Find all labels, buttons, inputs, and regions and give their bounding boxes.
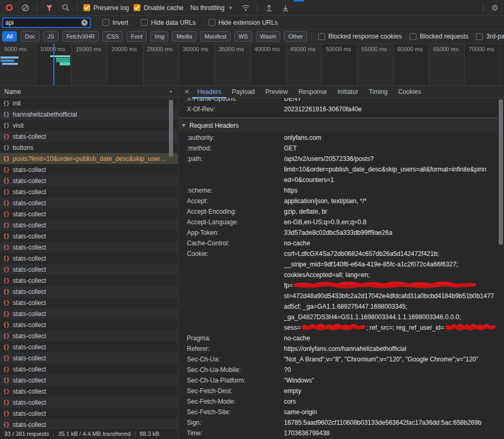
request-row-stats-collect[interactable]: {}stats-collect <box>0 308 178 319</box>
clear-button[interactable] <box>20 2 31 14</box>
type-filter-doc[interactable]: Doc <box>21 31 40 42</box>
request-row-stats-collect[interactable]: {}stats-collect <box>0 275 178 286</box>
request-row-stats-collect[interactable]: {}stats-collect <box>0 164 178 175</box>
tab-initiator[interactable]: Initiator <box>332 86 363 98</box>
timeline-overview[interactable]: 5000 ms10000 ms15000 ms20000 ms25000 ms3… <box>0 44 504 86</box>
request-row-stats-collect[interactable]: {}stats-collect <box>0 408 178 419</box>
type-filter-all[interactable]: All <box>2 31 17 42</box>
name-column-header[interactable]: Name <box>0 86 178 98</box>
request-row-stats-collect[interactable]: {}stats-collect <box>0 341 178 352</box>
request-row-stats-collect[interactable]: {}stats-collect <box>0 330 178 341</box>
list-scrollbar[interactable]: ▲ <box>168 86 174 428</box>
request-row-visit[interactable]: {}visit <box>0 120 178 131</box>
tab-headers[interactable]: Headers <box>192 86 226 98</box>
clear-filter-icon[interactable]: ✕ <box>81 20 88 26</box>
script-icon: {} <box>3 300 9 306</box>
request-headers-section[interactable]: ▼ Request Headers <box>178 118 498 132</box>
disable-cache-checkbox[interactable]: Disable cache <box>134 4 183 12</box>
details-tab-bar: ✕ HeadersPayloadPreviewResponseInitiator… <box>178 86 504 98</box>
timeline-gridline <box>393 44 394 85</box>
header-row-sec-ch-ua: Sec-Ch-Ua:"Not_A Brand";v="8", "Chromium… <box>178 354 498 365</box>
request-row-stats-collect[interactable]: {}stats-collect <box>0 264 178 275</box>
request-row-buttons[interactable]: {}buttons <box>0 142 178 153</box>
script-icon: {} <box>3 244 9 250</box>
script-icon: {} <box>3 133 9 139</box>
settings-button[interactable]: ⚙ <box>489 2 501 14</box>
request-row-stats-collect[interactable]: {}stats-collect <box>0 197 178 208</box>
record-button[interactable] <box>3 2 15 14</box>
request-row-stats-collect[interactable]: {}stats-collect <box>0 386 178 397</box>
type-filter-css[interactable]: CSS <box>102 31 123 42</box>
request-row-stats-collect[interactable]: {}stats-collect <box>0 231 178 242</box>
type-filter-wasm[interactable]: Wasm <box>256 31 281 42</box>
scroll-up-icon[interactable]: ▲ <box>168 86 174 93</box>
header-row-authority: :authority:onlyfans.com <box>178 132 498 143</box>
checkbox-label: Hide extension URLs <box>218 19 278 26</box>
tab-response[interactable]: Response <box>293 86 332 98</box>
import-har-button[interactable] <box>263 2 275 14</box>
preserve-log-checkbox[interactable]: Preserve log <box>83 4 129 12</box>
filter-invert-checkbox[interactable]: Invert <box>102 19 128 26</box>
type-filter-manifest[interactable]: Manifest <box>200 31 231 42</box>
filter-blocked-requests-checkbox[interactable]: Blocked requests <box>410 33 468 40</box>
request-name: stats-collect <box>13 222 46 229</box>
request-row-stats-collect[interactable]: {}stats-collect <box>0 375 178 386</box>
filter-button[interactable] <box>43 2 55 14</box>
request-row-stats-collect[interactable]: {}stats-collect <box>0 397 178 408</box>
search-button[interactable] <box>60 2 71 14</box>
request-row-stats-collect[interactable]: {}stats-collect <box>0 297 178 308</box>
request-row-stats-collect[interactable]: {}stats-collect <box>0 286 178 297</box>
timeline-tick-label: 15000 ms <box>75 46 101 52</box>
tab-preview[interactable]: Preview <box>260 86 293 98</box>
request-row-stats-collect[interactable]: {}stats-collect <box>0 319 178 330</box>
type-filter-font[interactable]: Font <box>127 31 147 42</box>
header-row-cookie: Cookie:csrf=LdfcGX4Sa72db06824c657db26a5… <box>178 249 498 333</box>
type-filter-img[interactable]: Img <box>150 31 168 42</box>
request-row-stats-collect[interactable]: {}stats-collect <box>0 352 178 364</box>
request-row-posts-limit-10-order-publish-date-desc-s[interactable]: {}posts?limit=10&order=publish_date_desc… <box>0 153 178 164</box>
preserve-log-label: Preserve log <box>93 4 129 12</box>
type-filter-media[interactable]: Media <box>172 31 196 42</box>
export-har-button[interactable] <box>280 2 291 14</box>
request-row-stats-collect[interactable]: {}stats-collect <box>0 419 178 428</box>
tab-payload[interactable]: Payload <box>226 86 260 98</box>
type-filter-other[interactable]: Other <box>284 31 307 42</box>
close-details-button[interactable]: ✕ <box>182 88 192 96</box>
request-row-stats-collect[interactable]: {}stats-collect <box>0 186 178 197</box>
filter-input[interactable] <box>4 19 79 26</box>
request-row-hannahelizabethofficial[interactable]: {}hannahelizabethofficial <box>0 109 178 120</box>
throttling-select[interactable]: No throttling ▼ <box>191 4 233 12</box>
request-row-stats-collect[interactable]: {}stats-collect <box>0 364 178 375</box>
request-row-stats-collect[interactable]: {}stats-collect <box>0 175 178 186</box>
filter-blocked-response-cookies-checkbox[interactable]: Blocked response cookies <box>318 33 402 40</box>
timeline-tick-label: 5000 ms <box>4 46 26 52</box>
scrollbar-thumb[interactable] <box>169 100 173 157</box>
tab-timing[interactable]: Timing <box>364 86 393 98</box>
header-value: no-cache <box>284 238 498 249</box>
request-row-stats-collect[interactable]: {}stats-collect <box>0 208 178 219</box>
header-row-pragma: Pragma:no-cache <box>178 333 498 343</box>
type-filter-ws[interactable]: WS <box>234 31 252 42</box>
type-filter-js[interactable]: JS <box>43 31 59 42</box>
details-scrollbar[interactable] <box>498 98 504 439</box>
header-value: 16785:5aad9602cf110608b03133de563642fac1… <box>284 417 498 428</box>
request-row-stats-collect[interactable]: {}stats-collect <box>0 242 178 253</box>
request-row-stats-collect[interactable]: {}stats-collect <box>0 253 178 264</box>
filter-hide-extension-urls-checkbox[interactable]: Hide extension URLs <box>208 19 278 26</box>
tab-cookies[interactable]: Cookies <box>393 86 426 98</box>
checkbox-icon <box>410 33 416 40</box>
type-filter-fetch-xhr[interactable]: Fetch/XHR <box>62 31 99 42</box>
filter-3rd-party-requests-checkbox[interactable]: 3rd-party requests <box>476 33 504 40</box>
request-row-stats-collect[interactable]: {}stats-collect <box>0 219 178 231</box>
checkbox-label: Blocked response cookies <box>328 33 402 40</box>
filter-hide-data-urls-checkbox[interactable]: Hide data URLs <box>141 19 196 26</box>
network-conditions-button[interactable] <box>240 2 251 14</box>
checkbox-checked-icon <box>134 4 140 11</box>
header-row-sign: Sign:16785:5aad9602cf110608b03133de56364… <box>178 417 498 428</box>
devtools-network-panel: Preserve log Disable cache No throttling… <box>0 0 504 439</box>
timeline-gridline <box>107 44 108 85</box>
scrollbar-thumb[interactable] <box>499 99 503 245</box>
request-row-stats-collect[interactable]: {}stats-collect <box>0 131 178 142</box>
request-row-init[interactable]: {}init <box>0 98 178 109</box>
header-value: gzip, deflate, br <box>284 206 498 217</box>
